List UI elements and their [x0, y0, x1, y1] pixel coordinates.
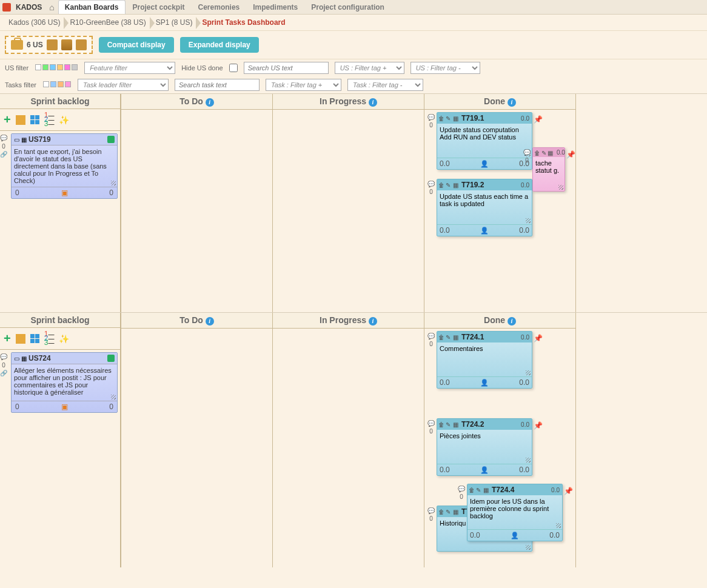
- hide-us-done-checkbox[interactable]: [229, 64, 238, 72]
- pin-icon[interactable]: 📌: [564, 487, 573, 495]
- resize-grip-icon[interactable]: [526, 218, 531, 223]
- list-icon[interactable]: 1—2—3—: [44, 332, 55, 345]
- date-icon[interactable]: ▦: [453, 509, 459, 515]
- trash-icon[interactable]: 🗑: [469, 487, 475, 493]
- rss-icon[interactable]: ▣: [61, 189, 68, 197]
- trash-icon[interactable]: 🗑: [438, 182, 444, 188]
- collapse-icon[interactable]: ▭: [14, 355, 19, 362]
- compact-display-button[interactable]: Compact display: [99, 37, 174, 53]
- edit-icon[interactable]: ✎: [446, 182, 452, 188]
- date-icon[interactable]: ▦: [453, 115, 459, 121]
- edit-icon[interactable]: ✎: [541, 150, 546, 156]
- copy-icon[interactable]: [16, 115, 25, 125]
- resize-grip-icon[interactable]: [558, 185, 563, 190]
- add-icon[interactable]: +: [4, 113, 11, 127]
- pin-icon[interactable]: 📌: [534, 115, 543, 124]
- task-card[interactable]: 💬0 🗑 ✎ ▦ T724.1 0.0 Commentaires 0.0👤0.0…: [437, 331, 532, 389]
- rss-icon[interactable]: ▣: [61, 403, 68, 411]
- search-us-input[interactable]: [244, 62, 329, 74]
- color-swatches[interactable]: [42, 81, 72, 89]
- comment-icon[interactable]: 💬: [427, 181, 435, 188]
- comment-icon[interactable]: 💬: [427, 333, 435, 340]
- grid-icon[interactable]: [30, 115, 39, 124]
- trash-icon[interactable]: 🗑: [534, 150, 540, 156]
- date-icon[interactable]: ▦: [483, 487, 489, 493]
- comment-icon[interactable]: 💬: [458, 486, 465, 493]
- tab-kanban-boards[interactable]: Kanban Boards: [58, 0, 126, 14]
- task-card[interactable]: 💬0 🗑 ✎ ▦ T719.1 0.0 Update status comput…: [437, 112, 532, 170]
- list-icon[interactable]: 1—2—3—: [44, 113, 55, 126]
- info-icon[interactable]: i: [508, 98, 516, 107]
- resize-grip-icon[interactable]: [526, 545, 531, 550]
- info-icon[interactable]: i: [508, 317, 516, 326]
- date-icon[interactable]: ▦: [453, 182, 459, 188]
- date-icon[interactable]: ▦: [453, 334, 459, 340]
- task-card[interactable]: 💬0 🗑 ✎ ▦ T719.2 0.0 Update US status eac…: [437, 179, 532, 236]
- task-leader-select[interactable]: Task leader filter: [78, 79, 169, 91]
- edit-icon[interactable]: ✎: [476, 487, 482, 493]
- wand-icon[interactable]: ✨: [59, 334, 69, 344]
- date-icon[interactable]: ▦: [21, 136, 27, 143]
- info-icon[interactable]: i: [206, 98, 214, 107]
- date-icon[interactable]: ▦: [453, 421, 459, 427]
- info-icon[interactable]: i: [369, 98, 377, 107]
- edit-icon[interactable]: ✎: [446, 421, 452, 427]
- link-icon[interactable]: 🔗: [0, 370, 7, 377]
- copy-icon[interactable]: [16, 334, 25, 344]
- comment-icon[interactable]: 💬: [427, 507, 435, 515]
- resize-grip-icon[interactable]: [556, 523, 561, 528]
- resize-grip-icon[interactable]: [111, 181, 116, 185]
- expanded-display-button[interactable]: Expanded display: [180, 37, 259, 53]
- task-card[interactable]: 💬0 🗑 ✎ ▦ T724.4 0.0 Idem pour les US dan…: [467, 484, 563, 541]
- breadcrumb-item[interactable]: R10-GreenBee (38 US): [65, 17, 150, 28]
- info-icon[interactable]: i: [369, 317, 377, 326]
- tab-project-configuration[interactable]: Project configuration: [305, 1, 390, 14]
- us-tag-minus-select[interactable]: US : Filter tag -: [410, 62, 480, 74]
- trash-icon[interactable]: 🗑: [438, 509, 444, 515]
- task-card[interactable]: 💬0 🗑 ✎ ▦ T724.2 0.0 Pièces jointes 0.0👤0…: [437, 418, 532, 476]
- us-card[interactable]: ▭ ▦ US719 En tant que export, j'ai besoi…: [11, 133, 118, 199]
- edit-icon[interactable]: ✎: [446, 115, 452, 121]
- task-tag-plus-select[interactable]: Task : Filter tag +: [266, 79, 341, 91]
- pin-icon[interactable]: 📌: [566, 150, 575, 159]
- edit-icon[interactable]: ✎: [446, 334, 452, 340]
- export-icon[interactable]: [47, 39, 58, 50]
- trash-icon[interactable]: 🗑: [438, 421, 444, 427]
- wand-icon[interactable]: ✨: [59, 115, 69, 125]
- pin-icon[interactable]: 📌: [534, 334, 543, 342]
- task-tag-minus-select[interactable]: Task : Filter tag -: [347, 79, 423, 91]
- resize-grip-icon[interactable]: [526, 458, 531, 463]
- comment-icon[interactable]: 💬: [0, 353, 7, 361]
- comment-icon[interactable]: 💬: [523, 149, 531, 156]
- date-icon[interactable]: ▦: [548, 150, 553, 156]
- edit-icon[interactable]: ✎: [446, 509, 452, 515]
- comment-icon[interactable]: 💬: [427, 420, 435, 427]
- comment-icon[interactable]: 💬: [427, 114, 435, 121]
- feature-filter-select[interactable]: Feature filter: [84, 62, 175, 74]
- home-icon[interactable]: ⌂: [49, 2, 54, 12]
- trash-icon[interactable]: 🗑: [438, 334, 444, 340]
- upload-icon[interactable]: [61, 39, 72, 50]
- breadcrumb-item[interactable]: Kados (306 US): [4, 17, 65, 28]
- collapse-icon[interactable]: ▭: [14, 136, 19, 143]
- trash-icon[interactable]: 🗑: [438, 115, 444, 121]
- download-icon[interactable]: [76, 39, 87, 50]
- resize-grip-icon[interactable]: [526, 370, 531, 375]
- tab-project-cockpit[interactable]: Project cockpit: [127, 1, 191, 14]
- us-card[interactable]: ▭ ▦ US724 Alléger les éléments nécessair…: [11, 352, 118, 413]
- pin-icon[interactable]: 📌: [534, 421, 543, 430]
- resize-grip-icon[interactable]: [111, 395, 116, 399]
- tab-impediments[interactable]: Impediments: [247, 1, 304, 14]
- task-card[interactable]: 💬0 🗑 ✎ ▦ 0.0 tache statut g. 📌: [532, 147, 565, 192]
- add-icon[interactable]: +: [4, 332, 11, 346]
- search-task-input[interactable]: [175, 79, 260, 91]
- color-swatches[interactable]: [35, 64, 78, 72]
- us-tag-plus-select[interactable]: US : Filter tag +: [335, 62, 404, 74]
- link-icon[interactable]: 🔗: [0, 151, 7, 158]
- breadcrumb-item[interactable]: SP1 (8 US): [151, 17, 198, 28]
- comment-icon[interactable]: 💬: [0, 135, 7, 142]
- grid-icon[interactable]: [30, 334, 39, 343]
- date-icon[interactable]: ▦: [21, 355, 27, 362]
- info-icon[interactable]: i: [206, 317, 214, 326]
- tab-ceremonies[interactable]: Ceremonies: [192, 1, 246, 14]
